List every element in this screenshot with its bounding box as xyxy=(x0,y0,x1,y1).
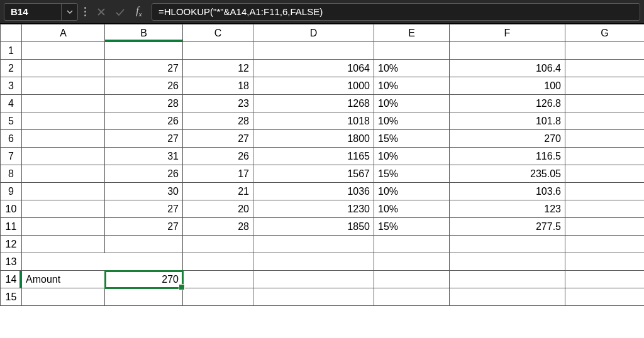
cell-days[interactable]: 27 xyxy=(105,60,183,77)
cell-commission[interactable]: 10% xyxy=(374,60,450,77)
formula-bar-input[interactable] xyxy=(152,3,640,21)
cell-total[interactable]: 100 xyxy=(450,77,565,95)
cell-total[interactable]: 270 xyxy=(450,130,565,148)
row-header-13[interactable]: 13 xyxy=(1,253,22,271)
cell-commission[interactable]: 15% xyxy=(374,218,450,236)
cell-name[interactable]: Beatrice xyxy=(22,130,105,148)
name-box-input[interactable] xyxy=(4,4,61,20)
cell-empty[interactable] xyxy=(374,253,450,271)
cell-empty[interactable] xyxy=(565,148,645,165)
header-items[interactable]: Items Sold xyxy=(183,42,253,60)
cell-commission[interactable]: 10% xyxy=(374,77,450,95)
cell-revenue[interactable]: 1018 xyxy=(253,112,374,130)
row-header-5[interactable]: 5 xyxy=(1,112,22,130)
name-box-dropdown[interactable] xyxy=(61,4,77,20)
cell-empty[interactable] xyxy=(565,77,645,95)
cell-empty[interactable] xyxy=(565,165,645,183)
cell-empty[interactable] xyxy=(565,253,645,271)
cell-name[interactable]: Vanessa xyxy=(22,148,105,165)
cell-revenue[interactable]: 1165 xyxy=(253,148,374,165)
cell-empty[interactable] xyxy=(565,200,645,218)
cell-empty[interactable] xyxy=(253,253,374,271)
row-header-8[interactable]: 8 xyxy=(1,165,22,183)
cell-commission[interactable]: 10% xyxy=(374,95,450,112)
cell-days[interactable]: 27 xyxy=(105,130,183,148)
cell-empty[interactable] xyxy=(253,288,374,306)
cell-commission[interactable]: 10% xyxy=(374,148,450,165)
cell-days[interactable]: 26 xyxy=(105,77,183,95)
cell-empty[interactable] xyxy=(565,236,645,253)
cell-total[interactable]: 103.6 xyxy=(450,183,565,200)
row-header-7[interactable]: 7 xyxy=(1,148,22,165)
cell-items[interactable]: 21 xyxy=(183,183,253,200)
cell-items[interactable]: 17 xyxy=(183,165,253,183)
cell-revenue[interactable]: 1850 xyxy=(253,218,374,236)
cell-items[interactable]: 26 xyxy=(183,148,253,165)
cell-empty[interactable] xyxy=(183,271,253,288)
cell-days[interactable]: 31 xyxy=(105,148,183,165)
cell-days[interactable]: 27 xyxy=(105,200,183,218)
lookup-header[interactable]: Beatrice xyxy=(22,253,183,271)
header-name[interactable]: Name xyxy=(22,42,105,60)
cell-empty[interactable] xyxy=(565,130,645,148)
cell-empty[interactable] xyxy=(565,60,645,77)
cancel-formula-button[interactable] xyxy=(92,3,110,21)
row-header-15[interactable]: 15 xyxy=(1,288,22,306)
cell-commission[interactable]: 15% xyxy=(374,130,450,148)
cell-name[interactable]: Harry xyxy=(22,165,105,183)
row-header-10[interactable]: 10 xyxy=(1,200,22,218)
cell-revenue[interactable]: 1230 xyxy=(253,200,374,218)
cell-revenue[interactable]: 1064 xyxy=(253,60,374,77)
cell-total[interactable]: 116.5 xyxy=(450,148,565,165)
cell-name[interactable]: Peter xyxy=(22,112,105,130)
cell-name[interactable]: Eugene xyxy=(22,183,105,200)
cell-items[interactable]: 23 xyxy=(183,95,253,112)
spreadsheet-grid[interactable]: A B C D E F G 1NameDays PresentItems Sol… xyxy=(0,24,644,338)
header-revenue[interactable]: Revenue Generated xyxy=(253,42,374,60)
cell-empty[interactable] xyxy=(565,218,645,236)
row-header-6[interactable]: 6 xyxy=(1,130,22,148)
cell-total[interactable]: 123 xyxy=(450,200,565,218)
cell-items[interactable]: 12 xyxy=(183,60,253,77)
cell-empty[interactable] xyxy=(450,271,565,288)
cell-revenue[interactable]: 1036 xyxy=(253,183,374,200)
cell-empty[interactable] xyxy=(565,112,645,130)
cell-empty[interactable] xyxy=(565,288,645,306)
cell-commission[interactable]: 15% xyxy=(374,165,450,183)
cell-revenue[interactable]: 1800 xyxy=(253,130,374,148)
cell-items[interactable]: 28 xyxy=(183,218,253,236)
insert-function-button[interactable]: fx xyxy=(130,3,148,21)
cell-total[interactable]: 277.5 xyxy=(450,218,565,236)
cell-total[interactable]: 101.8 xyxy=(450,112,565,130)
col-header-D[interactable]: D xyxy=(253,25,374,42)
cell-days[interactable]: 28 xyxy=(105,95,183,112)
cell-revenue[interactable]: 1268 xyxy=(253,95,374,112)
cell-total[interactable]: 126.8 xyxy=(450,95,565,112)
cell-days[interactable]: 27 xyxy=(105,218,183,236)
row-header-1[interactable]: 1 xyxy=(1,42,22,60)
col-header-A[interactable]: A xyxy=(22,25,105,42)
cell-total[interactable]: 235.05 xyxy=(450,165,565,183)
row-header-12[interactable]: 12 xyxy=(1,236,22,253)
cell-commission[interactable]: 10% xyxy=(374,112,450,130)
cell-empty[interactable] xyxy=(253,271,374,288)
lookup-label[interactable]: Amount xyxy=(22,271,105,288)
col-header-B[interactable]: B xyxy=(105,25,183,42)
row-header-4[interactable]: 4 xyxy=(1,95,22,112)
cell-empty[interactable] xyxy=(565,183,645,200)
cell-empty[interactable] xyxy=(450,253,565,271)
row-header-3[interactable]: 3 xyxy=(1,77,22,95)
cell-empty[interactable] xyxy=(183,253,253,271)
cell-empty[interactable] xyxy=(565,271,645,288)
row-header-11[interactable]: 11 xyxy=(1,218,22,236)
cell-items[interactable]: 20 xyxy=(183,200,253,218)
cell-name[interactable]: Lily xyxy=(22,218,105,236)
cell-empty[interactable] xyxy=(565,42,645,60)
cell-empty[interactable] xyxy=(450,236,565,253)
cell-commission[interactable]: 10% xyxy=(374,183,450,200)
enter-formula-button[interactable] xyxy=(111,3,129,21)
cell-empty[interactable] xyxy=(374,236,450,253)
cell-items[interactable]: 18 xyxy=(183,77,253,95)
cell-empty[interactable] xyxy=(105,236,183,253)
cell-commission[interactable]: 10% xyxy=(374,200,450,218)
